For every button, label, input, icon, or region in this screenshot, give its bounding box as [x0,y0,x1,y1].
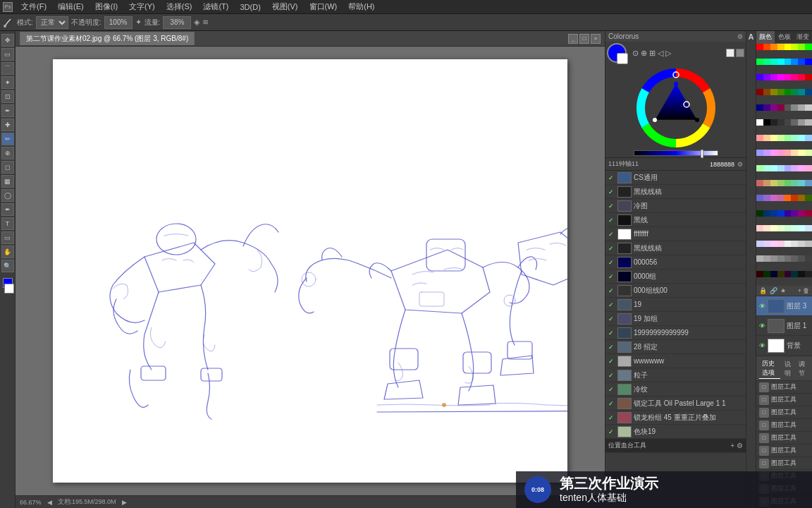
color-swatch-115[interactable] [777,255,785,262]
color-swatch-32[interactable] [756,104,763,111]
color-swatch-64[interactable] [756,165,763,171]
layer-row-blackline[interactable]: ✓ 黑线线稿 [605,185,746,199]
layer-row-cold[interactable]: ✓ 冷图 [605,199,746,213]
layers-add-icon[interactable]: + [798,287,801,294]
layer-row-19-group[interactable]: ✓ 19 加组 [605,312,746,326]
layer-row-0000[interactable]: ✓ 0000组 [605,270,746,284]
color-swatch-108[interactable] [785,241,792,247]
zoom-tool[interactable]: 🔍 [1,260,14,272]
color-swatch-31[interactable] [805,89,812,95]
layers-style-icon[interactable]: ★ [780,287,786,294]
color-swatch-10[interactable] [770,59,777,65]
color-swatch-117[interactable] [791,255,798,262]
color-swatch-103[interactable] [805,225,812,231]
canvas-area[interactable]: .sketch { stroke: #5555cc; stroke-width:… [16,47,605,495]
color-swatch-69[interactable] [791,165,798,171]
layer-bg-eye-icon[interactable]: 👁 [759,342,765,349]
color-swatch-106[interactable] [770,241,777,247]
shade-selector[interactable] [634,150,718,156]
color-swatch-97[interactable] [763,225,770,231]
menu-help[interactable]: 帮助(H) [345,1,377,13]
color-swatch-91[interactable] [777,210,785,217]
color-swatch-90[interactable] [770,210,777,217]
color-options-icon[interactable]: ⊞ [649,49,656,58]
color-swatch-83[interactable] [777,195,785,201]
layer-1-row[interactable]: 👁 图层 1 [756,316,812,336]
color-swatch-109[interactable] [791,241,798,247]
color-swatch-75[interactable] [777,180,785,186]
history-tab-main[interactable]: 历史选项 [759,358,780,379]
color-swatch-20[interactable] [785,74,792,80]
clone-tool[interactable]: ⊕ [1,147,14,159]
color-swatch-113[interactable] [763,255,770,262]
color-swatch-67[interactable] [777,165,785,171]
color-swatch-122[interactable] [770,271,777,277]
eyedrop-tool[interactable]: ✒ [1,104,14,117]
color-swatch-81[interactable] [763,195,770,201]
color-swatch-124[interactable] [785,271,792,277]
color-swatch-114[interactable] [770,255,777,262]
status-play[interactable]: ▶ [122,499,127,506]
dodge-tool[interactable]: ◯ [1,189,14,202]
color-swatch-127[interactable] [805,271,812,277]
color-swatch-93[interactable] [791,210,798,217]
color-swatch-42[interactable] [770,119,777,126]
layer-3-eye-icon[interactable]: 👁 [759,303,765,310]
color-swatch-59[interactable] [777,150,785,156]
color-swatch-112[interactable] [756,255,763,262]
color-swatch-102[interactable] [798,225,805,231]
color-swatch-98[interactable] [770,225,777,231]
color-swatch-52[interactable] [785,135,792,141]
layers-lock-icon[interactable]: 🔒 [759,287,767,294]
active-color-swatch[interactable] [607,43,627,63]
bottom-tool-gear-icon[interactable]: ⚙ [737,442,743,449]
mode-select[interactable]: 正常 [36,16,68,29]
shape-tool[interactable]: ▭ [1,231,14,244]
bottom-tool-add-icon[interactable]: + [730,442,734,449]
color-swatch-87[interactable] [805,195,812,201]
opacity-input[interactable] [104,16,133,29]
minimize-button[interactable]: _ [568,34,578,44]
color-swatch-49[interactable] [763,135,770,141]
menu-3d[interactable]: 3D(D) [238,2,264,12]
color-swatch-94[interactable] [798,210,805,217]
color-swatch-107[interactable] [777,241,785,247]
color-swatch-15[interactable] [805,59,812,65]
color-swatch-2[interactable] [770,44,777,50]
secondary-color-swatch[interactable] [617,53,628,64]
color-swatch-0[interactable] [756,44,763,50]
color-swatch-48[interactable] [756,135,763,141]
drawing-canvas[interactable]: .sketch { stroke: #5555cc; stroke-width:… [53,59,567,483]
color-add-icon[interactable]: ⊕ [641,49,647,58]
history-tab-desc[interactable]: 说明 [782,359,795,379]
layer-row-black[interactable]: ✓ 黑线 [605,213,746,227]
color-swatch-51[interactable] [777,135,785,141]
color-swatch-101[interactable] [791,225,798,231]
color-swatch-58[interactable] [770,150,777,156]
layer-3-row[interactable]: 👁 图层 3 [756,296,812,316]
color-swatch-23[interactable] [805,74,812,80]
color-swatch-74[interactable] [770,180,777,186]
color-swatch-82[interactable] [770,195,777,201]
color-swatch-41[interactable] [763,119,770,126]
color-swatch-56[interactable] [756,150,763,156]
color-swatch-12[interactable] [785,59,792,65]
select-tool[interactable]: ▭ [1,48,14,61]
menu-window[interactable]: 窗口(W) [307,1,340,13]
color-swatch-43[interactable] [777,119,785,126]
color-swatch-19[interactable] [777,74,785,80]
layer-row-blackline2[interactable]: ✓ 黑线线稿 [605,241,746,255]
history-tool-5[interactable]: □ 图层工具 [756,432,812,445]
color-swatch-28[interactable] [785,89,792,95]
color-swatch-120[interactable] [756,271,763,277]
color-next-icon[interactable]: ▷ [665,49,671,58]
color-swatch-80[interactable] [756,195,763,201]
layer-row-color19[interactable]: ✓ 色块19 [605,425,746,439]
color-swatch-123[interactable] [777,271,785,277]
color-swatch-55[interactable] [805,135,812,141]
color-swatch-14[interactable] [798,59,805,65]
layer-row-000056[interactable]: ✓ 000056 [605,255,746,270]
gradient-tool[interactable]: ▦ [1,175,14,188]
color-swatch-110[interactable] [798,241,805,247]
color-swatch-27[interactable] [777,89,785,95]
